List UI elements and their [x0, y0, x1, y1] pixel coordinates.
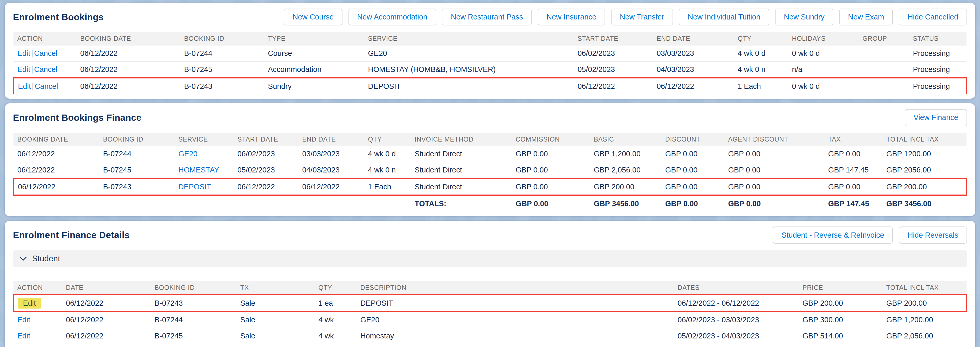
column-header-action: ACTION [13, 32, 76, 45]
new-restaurant-pass-button[interactable]: New Restaurant Pass [442, 9, 532, 26]
cell-basic: GBP 2,056.00 [590, 162, 661, 178]
enrolment-page: Enrolment Bookings New Course New Accomm… [0, 0, 980, 347]
edit-link[interactable]: Edit [18, 298, 41, 309]
cell-booking-date: 06/12/2022 [76, 78, 180, 94]
cell-description: GE20 [356, 312, 674, 328]
cell-booking-date: 06/12/2022 [13, 146, 99, 162]
column-header-group: GROUP [859, 32, 909, 45]
table-header-row: BOOKING DATEBOOKING IDSERVICESTART DATEE… [13, 133, 966, 146]
column-header-booking-date: BOOKING DATE [76, 32, 180, 45]
cell-total-incl-tax: GBP 1200.00 [883, 146, 966, 162]
cell-date: 06/12/2022 [62, 328, 151, 344]
cell-commission: GBP 0.00 [512, 178, 590, 195]
cell-action: Edit|Cancel [13, 45, 76, 61]
table-header-row: ACTIONBOOKING DATEBOOKING IDTYPESERVICES… [13, 32, 966, 45]
cell-booking-date: 06/12/2022 [13, 178, 99, 195]
cell-total-incl-tax: GBP 2056.00 [883, 162, 966, 178]
details-table: ACTIONDATEBOOKING IDTXQTYDESCRIPTIONDATE… [13, 281, 967, 344]
new-exam-button[interactable]: New Exam [839, 9, 893, 26]
cell-price: GBP 300.00 [799, 312, 883, 328]
student-reverse-reinvoice-button[interactable]: Student - Reverse & ReInvoice [773, 227, 893, 244]
column-header-start-date: START DATE [234, 133, 299, 146]
hide-reversals-button[interactable]: Hide Reversals [899, 227, 967, 244]
new-individual-tuition-button[interactable]: New Individual Tuition [679, 9, 769, 26]
column-header-basic: BASIC [590, 133, 661, 146]
column-header-total-incl-tax: TOTAL INCL TAX [883, 281, 966, 295]
cell-holidays: 0 wk 0 d [788, 45, 859, 61]
column-header-status: STATUS [909, 32, 966, 45]
cell-booking-id: B-07243 [99, 178, 175, 195]
view-finance-button[interactable]: View Finance [905, 109, 967, 126]
cell-invoice-method: Student Direct [411, 178, 512, 195]
table-row: Edit06/12/2022B-07245Sale4 wkHomestay05/… [13, 328, 966, 344]
cell-start-date: 05/02/2023 [234, 162, 299, 178]
cell-price: GBP 200.00 [799, 295, 883, 312]
cell-service: HOMESTAY [175, 162, 234, 178]
cell-basic: GBP 1,200.00 [590, 146, 661, 162]
cell-end-date: 04/03/2023 [298, 162, 364, 178]
cell-total-incl-tax: GBP 200.00 [883, 295, 966, 312]
deposit-link[interactable]: DEPOSIT [178, 182, 211, 191]
edit-link[interactable]: Edit [18, 82, 31, 90]
cell-group [859, 78, 909, 94]
cell-service: GE20 [175, 146, 234, 162]
edit-link[interactable]: Edit [18, 332, 30, 340]
column-header-date: DATE [62, 281, 151, 295]
cancel-link[interactable]: Cancel [34, 65, 57, 74]
cell-dates: 05/02/2023 - 04/03/2023 [674, 328, 799, 344]
cell-group [859, 45, 909, 61]
finance-toolbar: View Finance [905, 109, 967, 126]
cancel-link[interactable]: Cancel [34, 49, 57, 58]
cell-qty: 4 wk 0 d [364, 146, 411, 162]
link-separator: | [30, 65, 34, 74]
new-insurance-button[interactable]: New Insurance [538, 9, 605, 26]
details-toolbar: Student - Reverse & ReInvoice Hide Rever… [773, 227, 967, 244]
cell-booking-id: B-07244 [151, 312, 236, 328]
link-separator: | [31, 82, 35, 90]
bookings-table: ACTIONBOOKING DATEBOOKING IDTYPESERVICES… [13, 32, 967, 94]
column-header-action: ACTION [13, 281, 62, 295]
new-transfer-button[interactable]: New Transfer [611, 9, 673, 26]
new-course-button[interactable]: New Course [284, 9, 342, 26]
enrolment-finance-details-panel: Enrolment Finance Details Student - Reve… [5, 221, 975, 347]
hide-cancelled-button[interactable]: Hide Cancelled [899, 9, 967, 26]
cell-end-date: 06/12/2022 [653, 78, 734, 94]
column-header-agent-discount: AGENT DISCOUNT [724, 133, 824, 146]
cell-start-date: 05/02/2023 [574, 61, 653, 78]
cell-holidays: 0 wk 0 d [788, 78, 859, 94]
column-header-qty: QTY [734, 32, 788, 45]
cell-action: Edit|Cancel [13, 78, 76, 94]
details-header: Enrolment Finance Details Student - Reve… [13, 227, 967, 244]
student-group-label: Student [32, 254, 60, 263]
new-sundry-button[interactable]: New Sundry [775, 9, 834, 26]
student-group-header[interactable]: Student [13, 250, 967, 267]
cell-type: Course [264, 45, 364, 61]
cell-total-incl-tax: GBP 200.00 [883, 178, 966, 195]
cell-tx: Sale [237, 295, 315, 312]
ge20-link[interactable]: GE20 [178, 150, 197, 158]
cancel-link[interactable]: Cancel [35, 82, 58, 90]
column-header-start-date: START DATE [574, 32, 653, 45]
cell-qty: 4 wk [315, 312, 357, 328]
column-header-total-incl-tax: TOTAL INCL TAX [883, 133, 966, 146]
edit-link[interactable]: Edit [18, 315, 30, 324]
cell-status: Processing [909, 61, 966, 78]
cell-tx: Sale [237, 328, 315, 344]
cell-description: Homestay [356, 328, 674, 344]
cell-service [175, 195, 234, 211]
cell-qty: 4 wk [315, 328, 357, 344]
finance-table: BOOKING DATEBOOKING IDSERVICESTART DATEE… [13, 133, 967, 211]
cell-start-date: 06/02/2023 [574, 45, 653, 61]
cell-booking-date: 06/12/2022 [76, 61, 180, 78]
new-accommodation-button[interactable]: New Accommodation [348, 9, 436, 26]
edit-link[interactable]: Edit [18, 49, 30, 58]
chevron-down-icon [20, 256, 27, 261]
cell-action: Edit [13, 295, 62, 312]
cell-booking-id: B-07243 [180, 78, 264, 94]
column-header-tax: TAX [824, 133, 883, 146]
edit-link[interactable]: Edit [18, 65, 30, 74]
homestay-link[interactable]: HOMESTAY [178, 166, 219, 174]
column-header-booking-date: BOOKING DATE [13, 133, 99, 146]
cell-total-incl-tax: GBP 1,200.00 [883, 312, 966, 328]
enrolment-bookings-panel: Enrolment Bookings New Course New Accomm… [5, 3, 975, 98]
